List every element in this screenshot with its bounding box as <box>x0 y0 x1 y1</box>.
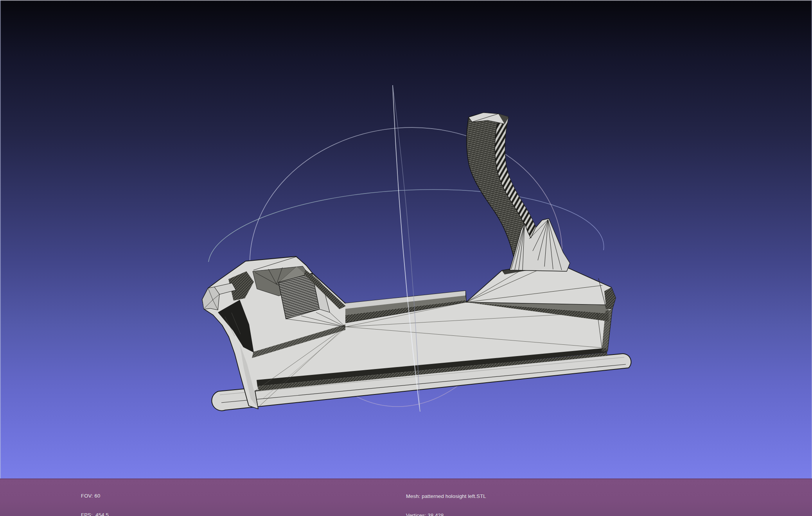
mesh-model <box>202 113 631 411</box>
mesh-stats-block: Mesh: patterned holosight left.STL Verti… <box>406 481 486 516</box>
viewport-border-left <box>0 0 1 478</box>
3d-viewport[interactable] <box>0 0 812 478</box>
mesh-render <box>0 0 812 478</box>
mesh-name-readout: Mesh: patterned holosight left.STL <box>406 493 486 500</box>
viewport-border-top <box>0 0 812 1</box>
knob-faces <box>202 287 219 310</box>
roof-right-sliver <box>604 287 616 310</box>
meshlab-window: FOV: 60 FPS: 454.5 BO_RENDERING Mesh: pa… <box>0 0 812 516</box>
fps-readout: FPS: 454.5 <box>81 512 122 516</box>
vertices-readout: Vertices: 38,428 <box>406 512 486 516</box>
render-stats-block: FOV: 60 FPS: 454.5 BO_RENDERING <box>81 480 122 516</box>
fov-readout: FOV: 60 <box>81 493 122 499</box>
